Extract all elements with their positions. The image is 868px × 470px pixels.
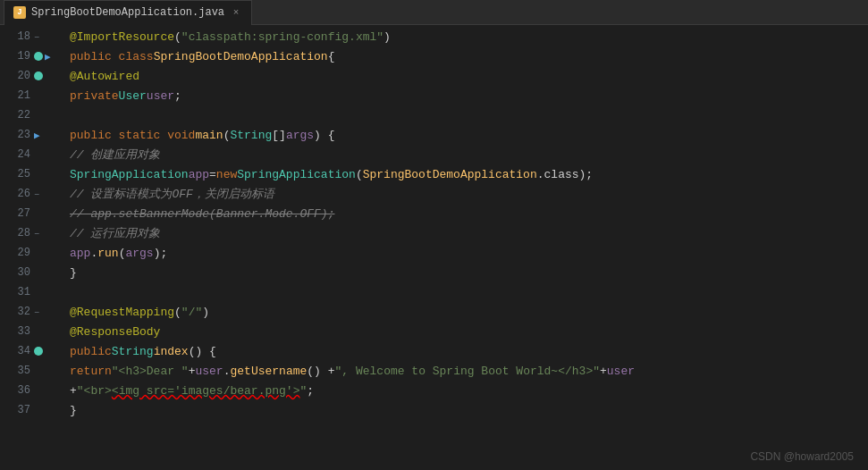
gutter-icons: ▶ <box>30 50 63 63</box>
code-line: // 设置标语模式为OFF，关闭启动标语 <box>63 184 868 204</box>
line-number: 28 <box>4 227 30 239</box>
line-number: 33 <box>4 325 30 338</box>
tab-filename: SpringBootDemoApplication.java <box>31 6 224 19</box>
code-line <box>63 105 868 125</box>
gutter-row: 19▶ <box>0 46 63 66</box>
gutter-row: 18− <box>0 27 63 46</box>
code-line: public class SpringBootDemoApplication { <box>63 46 868 66</box>
line-number: 34 <box>4 345 30 357</box>
gutter-row: 33 <box>0 322 63 341</box>
code-line <box>63 282 868 302</box>
gutter-row: 22 <box>0 105 63 125</box>
line-number: 26 <box>4 188 30 200</box>
gutter-icons: − <box>30 227 63 240</box>
run-arrow-icon[interactable]: ▶ <box>45 52 51 63</box>
gutter-row: 27 <box>0 204 63 223</box>
fold-icon[interactable]: − <box>34 230 39 239</box>
gutter-icons: − <box>30 30 63 44</box>
line-gutter: 18−19▶20212223▶242526−2728−29303132−3334… <box>0 25 63 470</box>
file-tab[interactable]: J SpringBootDemoApplication.java × <box>4 0 252 25</box>
gutter-row: 29 <box>0 243 63 263</box>
code-line: @ResponseBody <box>63 322 868 341</box>
watermark: CSDN @howard2005 <box>750 450 854 463</box>
fold-icon[interactable]: − <box>34 33 39 43</box>
line-number: 32 <box>4 306 30 318</box>
breakpoint-icon <box>34 71 43 80</box>
fold-icon[interactable]: − <box>34 190 39 200</box>
gutter-icons: ▶ <box>30 129 63 142</box>
code-line: return "<h3>Dear " + user.getUsername() … <box>63 361 868 381</box>
code-line: private User user; <box>63 86 868 105</box>
code-line: @Autowired <box>63 66 868 86</box>
code-line: SpringApplication app = new SpringApplic… <box>63 164 868 184</box>
line-number: 25 <box>4 168 30 180</box>
fold-icon[interactable]: − <box>34 308 39 318</box>
code-line: + "<br><img src='images/bear.png'>"; <box>63 381 868 400</box>
gutter-row: 34 <box>0 341 63 361</box>
line-number: 27 <box>4 207 30 220</box>
line-number: 22 <box>4 109 30 122</box>
code-line: } <box>63 263 868 282</box>
gutter-icons <box>30 71 63 80</box>
line-number: 24 <box>4 148 30 161</box>
breakpoint-icon <box>34 347 43 356</box>
breakpoint-icon <box>34 52 43 61</box>
gutter-row: 30 <box>0 263 63 282</box>
line-number: 35 <box>4 365 30 377</box>
code-line: } <box>63 400 868 420</box>
gutter-row: 35 <box>0 361 63 381</box>
code-line: // 创建应用对象 <box>63 145 868 164</box>
code-line: public static void main(String[] args) { <box>63 125 868 145</box>
gutter-icons: − <box>30 188 63 201</box>
gutter-row: 21 <box>0 86 63 105</box>
line-number: 18 <box>4 30 30 43</box>
line-number: 21 <box>4 89 30 102</box>
gutter-row: 32− <box>0 302 63 322</box>
code-area[interactable]: @ImportResource("classpath:spring-config… <box>63 25 868 470</box>
code-line: @ImportResource("classpath:spring-config… <box>63 27 868 46</box>
gutter-row: 28− <box>0 223 63 243</box>
tab-close-button[interactable]: × <box>230 6 242 19</box>
gutter-row: 36 <box>0 381 63 400</box>
line-number: 20 <box>4 70 30 82</box>
java-file-icon: J <box>13 6 26 19</box>
gutter-row: 25 <box>0 164 63 184</box>
code-line: // app.setBannerMode(Banner.Mode.OFF); <box>63 204 868 223</box>
gutter-row: 23▶ <box>0 125 63 145</box>
code-line: // 运行应用对象 <box>63 223 868 243</box>
line-number: 30 <box>4 266 30 279</box>
gutter-row: 37 <box>0 400 63 420</box>
gutter-icons <box>30 347 63 356</box>
line-number: 19 <box>4 50 30 63</box>
gutter-icons: − <box>30 306 63 319</box>
gutter-row: 24 <box>0 145 63 164</box>
line-number: 31 <box>4 286 30 298</box>
code-line: app.run(args); <box>63 243 868 263</box>
code-line: public String index() { <box>63 341 868 361</box>
gutter-row: 31 <box>0 282 63 302</box>
line-number: 37 <box>4 404 30 416</box>
run-arrow-icon[interactable]: ▶ <box>34 130 40 141</box>
line-number: 36 <box>4 384 30 397</box>
editor-area: 18−19▶20212223▶242526−2728−29303132−3334… <box>0 25 868 470</box>
code-line: @RequestMapping("/") <box>63 302 868 322</box>
line-number: 23 <box>4 129 30 141</box>
tab-bar: J SpringBootDemoApplication.java × <box>0 0 868 25</box>
line-number: 29 <box>4 247 30 259</box>
gutter-row: 20 <box>0 66 63 86</box>
gutter-row: 26− <box>0 184 63 204</box>
